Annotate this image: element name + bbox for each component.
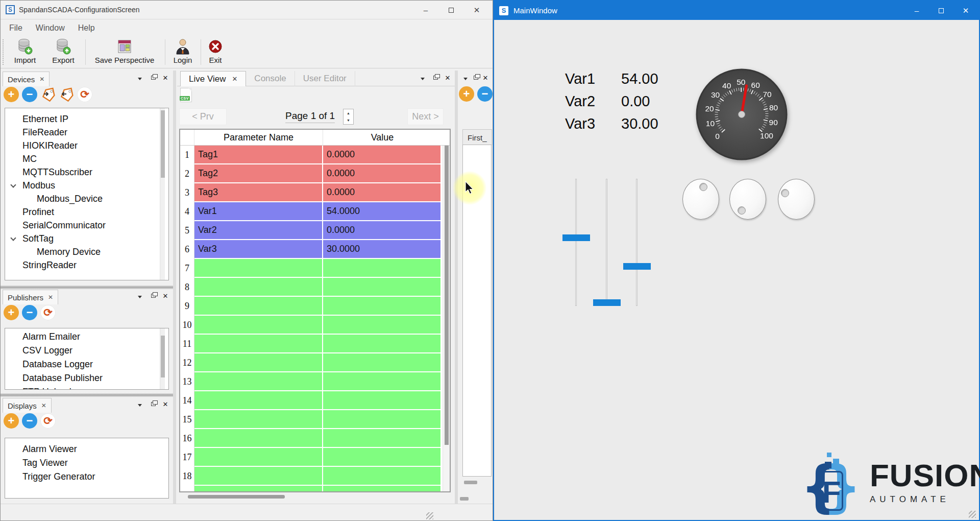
slider-handle-var1[interactable] [562,234,590,241]
close-panel-icon[interactable]: ✕ [161,292,170,300]
table-row[interactable]: 2Tag20.0000 [180,164,450,183]
list-item-alarm-viewer[interactable]: Alarm Viewer [5,442,168,456]
panel-menu-icon[interactable] [135,293,144,301]
tree-item-mqttsubscriber[interactable]: MQTTSubscriber [5,165,168,179]
dock-splitter[interactable] [173,70,176,504]
scrollbar-thumb[interactable] [445,146,449,445]
publishers-scrollbar[interactable] [160,328,165,389]
list-item-database-publisher[interactable]: Database Publisher [5,371,168,385]
tree-item-filereader[interactable]: FileReader [5,126,168,139]
tree-item-modbus[interactable]: Modbus [5,179,168,192]
slider-track-var1[interactable] [575,179,577,306]
knob-var2[interactable] [729,179,766,220]
minimize-button[interactable]: – [413,1,438,19]
float-panel-icon[interactable] [471,74,480,82]
tree-item-hiokireader[interactable]: HIOKIReader [5,139,168,152]
close-icon[interactable]: ✕ [41,402,46,409]
resize-grip[interactable] [426,512,433,519]
resize-grip[interactable] [969,511,976,518]
close-icon[interactable]: ✕ [39,76,44,83]
float-panel-icon[interactable] [149,292,158,300]
tab-console[interactable]: Console [246,71,295,86]
table-row[interactable]: 9 [180,297,450,316]
close-tab-icon[interactable]: ✕ [232,75,237,83]
export-button[interactable]: Export [47,37,80,64]
add-publisher-button[interactable]: + [4,305,19,320]
table-row[interactable]: 6Var330.0000 [180,240,450,259]
table-row[interactable]: 17 [180,448,450,467]
refresh-publishers-button[interactable]: ⟳ [40,305,56,320]
prev-page-button[interactable]: < Prv [179,108,227,125]
float-panel-icon[interactable] [431,74,440,82]
mini-scrollbar-thumb[interactable] [460,497,469,501]
spin-up-icon[interactable]: ▲ [344,109,353,117]
refresh-displays-button[interactable]: ⟳ [40,413,56,429]
add-display-button[interactable]: + [4,413,19,429]
knob-var3[interactable] [778,179,815,220]
panel-splitter[interactable] [1,393,174,397]
csv-export-button[interactable]: CSV [180,88,192,102]
mini-scrollbar-thumb[interactable] [464,481,477,484]
maximize-button[interactable] [929,1,953,20]
list-item-alarm-emailer[interactable]: Alarm Emailer [5,330,168,344]
table-row[interactable]: 15 [180,410,450,429]
next-page-button[interactable]: Next > [407,108,444,125]
close-button[interactable]: ✕ [464,1,489,19]
table-row[interactable]: 14 [180,391,450,410]
minimize-button[interactable]: – [904,1,929,20]
list-item-trigger-generator[interactable]: Trigger Generator [5,470,168,484]
table-horizontal-scrollbar[interactable] [180,494,450,500]
table-row[interactable]: 11 [180,335,450,353]
tree-item-ethernet-ip[interactable]: Ethernet IP [5,112,168,126]
tree-item-softtag[interactable]: SoftTag [5,232,168,245]
page-spinner[interactable]: ▲ ▼ [343,109,354,125]
table-vertical-scrollbar[interactable] [443,146,450,491]
import-button[interactable]: Import [9,37,41,64]
menu-window[interactable]: Window [29,23,71,33]
close-panel-icon[interactable]: ✕ [161,400,170,408]
main-window-titlebar[interactable]: S MainWindow – ✕ [494,1,979,20]
table-row[interactable]: 16 [180,429,450,448]
exit-button[interactable]: Exit [203,37,228,64]
table-row[interactable]: 8 [180,278,450,297]
tree-item-memory-device[interactable]: Memory Device [5,245,168,258]
close-panel-icon[interactable]: ✕ [443,74,452,82]
tab-user-editor[interactable]: User Editor [295,71,355,86]
panel-menu-icon[interactable] [418,75,427,83]
maximize-button[interactable] [438,1,464,19]
table-row[interactable]: 13 [180,372,450,391]
tree-item-mc[interactable]: MC [5,152,168,165]
float-panel-icon[interactable] [149,74,158,82]
export-tags-icon[interactable] [59,87,75,103]
table-row[interactable]: 4Var154.0000 [180,202,450,221]
remove-device-button[interactable]: − [22,87,37,102]
dock-splitter[interactable] [455,70,458,504]
column-header[interactable]: Value [323,130,442,145]
login-button[interactable]: Login [169,37,197,64]
import-tags-icon[interactable] [40,87,57,103]
table-row[interactable]: 10 [180,316,450,335]
scrollbar-thumb[interactable] [161,110,165,178]
float-panel-icon[interactable] [149,400,158,408]
table-row[interactable]: 3Tag30.0000 [180,183,450,202]
list-item-tag-viewer[interactable]: Tag Viewer [5,456,168,470]
knob-var1[interactable] [682,179,719,220]
remove-button[interactable]: − [477,86,493,102]
scrollbar-thumb[interactable] [161,336,165,377]
tree-item-stringreader[interactable]: StringReader [5,258,168,272]
tree-item-profinet[interactable]: Profinet [5,205,168,219]
close-icon[interactable]: ✕ [48,294,53,301]
refresh-devices-button[interactable]: ⟳ [77,87,92,102]
scada-titlebar[interactable]: S SpandanSCADA-ConfigurationScreen – ✕ [1,1,493,19]
menu-help[interactable]: Help [71,23,102,33]
devices-scrollbar[interactable] [160,108,165,280]
spin-down-icon[interactable]: ▼ [344,117,353,125]
slider-track-var3[interactable] [636,179,638,306]
displays-panel-tab[interactable]: Displays ✕ [3,398,52,413]
remove-publisher-button[interactable]: − [22,305,37,320]
close-button[interactable]: ✕ [953,1,978,20]
slider-handle-var2[interactable] [593,299,621,306]
toolbar-drag-handle[interactable] [3,39,4,65]
tab-live-view[interactable]: Live View✕ [180,71,246,86]
panel-menu-icon[interactable] [135,75,144,83]
